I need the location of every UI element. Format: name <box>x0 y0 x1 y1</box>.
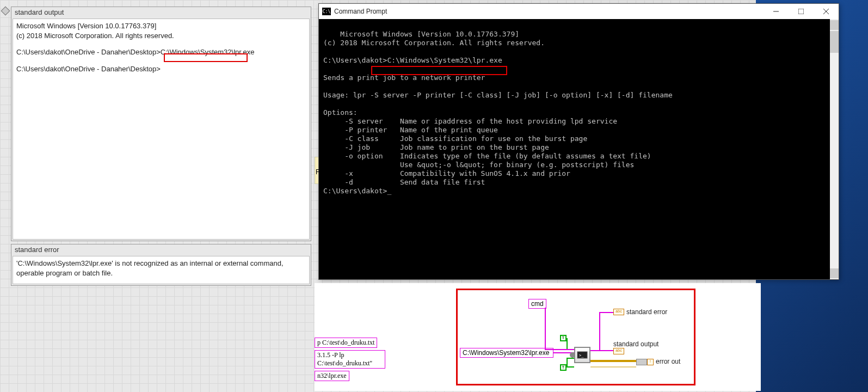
stdout-line: Microsoft Windows [Version 10.0.17763.37… <box>16 21 306 31</box>
output-label: standard error <box>626 308 667 316</box>
stderr-indicator: standard error 'C:\Windows\System32\lpr.… <box>11 244 311 286</box>
string-constant[interactable]: C:\Windows\System32\lpr.exe <box>460 348 553 358</box>
scroll-down-button[interactable] <box>830 268 839 278</box>
string-indicator-icon: abc <box>613 309 624 315</box>
bool-true-icon: T <box>560 335 567 341</box>
scrollbar[interactable] <box>830 19 839 279</box>
stdout-title: standard output <box>11 7 311 17</box>
highlight-box <box>164 53 248 62</box>
string-indicator-icon: abc <box>613 348 624 354</box>
wire <box>590 366 636 367</box>
diagram-highlight: cmd C:\Windows\System32\lpr.exe T T >_ a… <box>456 289 695 385</box>
scroll-thumb[interactable] <box>830 31 839 53</box>
cmd-window-title: Command Prompt <box>334 8 387 15</box>
wire <box>567 366 574 367</box>
cmd-output[interactable]: Microsoft Windows [Version 10.0.17763.37… <box>319 19 839 279</box>
wire <box>545 308 546 349</box>
close-button[interactable] <box>814 4 839 19</box>
bool-true-icon: T <box>560 364 567 371</box>
command-prompt-window[interactable]: C:\ Command Prompt Microsoft Windows [Ve… <box>318 3 839 280</box>
drag-handle[interactable] <box>1 7 10 16</box>
string-snippets: p C:\test\do_druku.txt 3.1.5 -P lp C:\te… <box>315 336 385 376</box>
wire <box>590 350 613 351</box>
wire <box>590 360 636 362</box>
wire <box>599 312 600 351</box>
system-exec-node[interactable]: >_ <box>574 347 590 363</box>
stderr-body[interactable]: 'C:\Windows\System32\lpr.exe' is not rec… <box>13 256 310 284</box>
maximize-button[interactable] <box>789 4 814 19</box>
stderr-title: standard error <box>11 244 311 255</box>
error-indicator-icon: ! <box>647 359 654 365</box>
svg-rect-1 <box>798 9 804 14</box>
string-constant[interactable]: n32\lpr.exe <box>315 371 349 381</box>
svg-text:>_: >_ <box>579 353 584 358</box>
cmd-label[interactable]: cmd <box>528 299 546 309</box>
cmd-titlebar[interactable]: C:\ Command Prompt <box>319 4 839 19</box>
string-constant[interactable]: 3.1.5 -P lp C:\test\do_druku.txt" <box>315 350 385 369</box>
stdout-line: (c) 2018 Microsoft Corporation. All righ… <box>16 31 306 41</box>
stdout-indicator: standard output Microsoft Windows [Versi… <box>11 7 311 241</box>
wire <box>599 312 613 313</box>
wire <box>567 338 568 349</box>
minimize-button[interactable] <box>764 4 789 19</box>
highlight-box <box>371 66 507 75</box>
stdout-body[interactable]: Microsoft Windows [Version 10.0.17763.37… <box>13 19 310 240</box>
wire <box>567 358 574 359</box>
wire <box>567 358 568 367</box>
node-dot <box>570 352 575 358</box>
stdout-line: C:\Users\dakot\OneDrive - Danaher\Deskto… <box>16 47 306 57</box>
string-constant[interactable]: p C:\test\do_druku.txt <box>315 338 377 348</box>
cmd-icon: C:\ <box>322 8 331 15</box>
cluster-indicator-icon <box>636 359 647 365</box>
obscured-panel: F <box>315 157 318 184</box>
output-label: error out <box>656 358 680 365</box>
stdout-line: C:\Users\dakot\OneDrive - Danaher\Deskto… <box>16 64 306 74</box>
scroll-up-button[interactable] <box>830 20 839 30</box>
output-label: standard output <box>613 340 658 348</box>
